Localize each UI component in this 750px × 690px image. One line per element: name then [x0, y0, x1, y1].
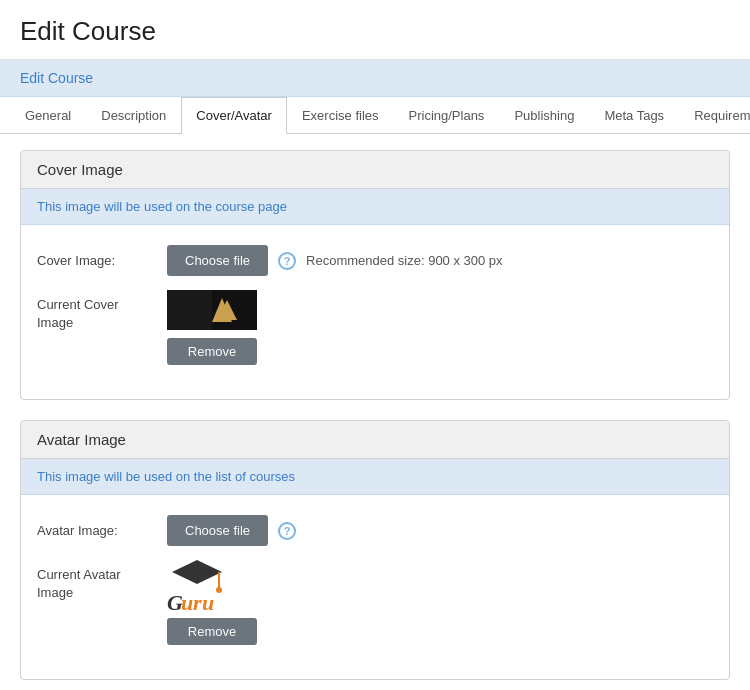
avatar-image-preview: G u r u: [167, 560, 257, 610]
tab-cover-avatar[interactable]: Cover/Avatar: [181, 97, 287, 134]
current-avatar-image-label: Current AvatarImage: [37, 560, 167, 602]
avatar-image-header: Avatar Image: [21, 421, 729, 459]
cover-image-label: Cover Image:: [37, 245, 167, 268]
tab-general[interactable]: General: [10, 97, 86, 134]
cover-image-choose-file-button[interactable]: Choose file: [167, 245, 268, 276]
avatar-image-label: Avatar Image:: [37, 515, 167, 538]
cover-image-body: Cover Image: Choose file ? Recommended s…: [21, 225, 729, 399]
content-area: Cover Image This image will be used on t…: [0, 134, 750, 690]
svg-text:u: u: [181, 590, 193, 613]
avatar-image-upload-row: Avatar Image: Choose file ?: [37, 515, 713, 546]
cover-image-upload-row: Cover Image: Choose file ? Recommended s…: [37, 245, 713, 276]
svg-text:r: r: [193, 590, 202, 613]
avatar-image-info: This image will be used on the list of c…: [21, 459, 729, 495]
page-title: Edit Course: [0, 0, 750, 60]
cover-image-section: Cover Image This image will be used on t…: [20, 150, 730, 400]
breadcrumb-link[interactable]: Edit Course: [20, 70, 93, 86]
current-cover-image-content: Remove: [167, 290, 257, 365]
tab-meta-tags[interactable]: Meta Tags: [589, 97, 679, 134]
current-cover-image-label: Current CoverImage: [37, 290, 167, 332]
avatar-image-body: Avatar Image: Choose file ? Current Avat…: [21, 495, 729, 679]
breadcrumb: Edit Course: [0, 60, 750, 97]
avatar-image-help-icon: ?: [278, 522, 296, 540]
guru-logo: G u r u: [167, 558, 227, 613]
avatar-image-choose-file-button[interactable]: Choose file: [167, 515, 268, 546]
tab-requirements[interactable]: Requirements: [679, 97, 750, 134]
avatar-image-controls: Choose file ?: [167, 515, 296, 546]
cover-image-remove-button[interactable]: Remove: [167, 338, 257, 365]
tab-publishing[interactable]: Publishing: [499, 97, 589, 134]
avatar-image-remove-button[interactable]: Remove: [167, 618, 257, 645]
tabs-bar: General Description Cover/Avatar Exercis…: [0, 97, 750, 134]
tab-exercise-files[interactable]: Exercise files: [287, 97, 394, 134]
svg-rect-2: [167, 290, 212, 330]
cover-image-thumbnail: [167, 290, 257, 330]
cover-image-svg: [167, 290, 257, 330]
svg-text:u: u: [202, 590, 214, 613]
cover-image-help-icon: ?: [278, 252, 296, 270]
tab-description[interactable]: Description: [86, 97, 181, 134]
svg-point-8: [216, 587, 222, 593]
avatar-image-section: Avatar Image This image will be used on …: [20, 420, 730, 680]
current-avatar-image-row: Current AvatarImage: [37, 560, 713, 645]
cover-image-info: This image will be used on the course pa…: [21, 189, 729, 225]
guru-logo-svg: G u r u: [167, 558, 227, 613]
cover-image-controls: Choose file ? Recommended size: 900 x 30…: [167, 245, 503, 276]
tab-pricing-plans[interactable]: Pricing/Plans: [394, 97, 500, 134]
cover-image-header: Cover Image: [21, 151, 729, 189]
current-cover-image-row: Current CoverImage Remove: [37, 290, 713, 365]
current-avatar-image-content: G u r u Remove: [167, 560, 257, 645]
cover-image-rec-size: Recommended size: 900 x 300 px: [306, 253, 503, 268]
